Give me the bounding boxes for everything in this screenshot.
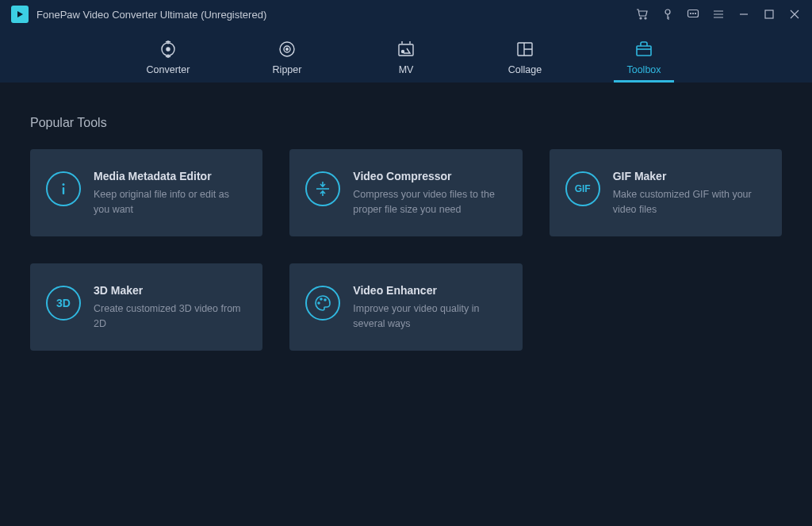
tab-mv[interactable]: MV bbox=[376, 40, 436, 83]
svg-point-21 bbox=[324, 299, 326, 301]
content-area: Popular Tools Media Metadata Editor Keep… bbox=[0, 83, 812, 351]
tool-desc: Keep original file info or edit as you w… bbox=[94, 187, 247, 217]
tab-toolbox[interactable]: Toolbox bbox=[614, 40, 674, 83]
svg-point-0 bbox=[640, 17, 642, 19]
tool-text: Video Compressor Compress your video fil… bbox=[353, 167, 506, 217]
feedback-icon[interactable] bbox=[687, 8, 699, 21]
menu-icon[interactable] bbox=[712, 8, 725, 21]
tab-ripper[interactable]: Ripper bbox=[257, 40, 317, 83]
svg-point-14 bbox=[402, 51, 404, 53]
compress-icon bbox=[305, 171, 340, 206]
tool-text: 3D Maker Create customized 3D video from… bbox=[94, 281, 247, 332]
svg-point-4 bbox=[691, 13, 691, 14]
tool-video-enhancer[interactable]: Video Enhancer Improve your video qualit… bbox=[289, 263, 522, 351]
tool-3d-maker[interactable]: 3D 3D Maker Create customized 3D video f… bbox=[30, 263, 262, 351]
svg-point-6 bbox=[695, 13, 696, 14]
tab-label: Collage bbox=[508, 64, 542, 75]
svg-point-9 bbox=[167, 48, 170, 51]
tab-converter[interactable]: Converter bbox=[138, 40, 198, 83]
mv-icon bbox=[396, 40, 416, 58]
tool-desc: Make customized GIF with your video file… bbox=[613, 187, 766, 217]
svg-point-5 bbox=[693, 13, 694, 14]
svg-point-1 bbox=[645, 17, 646, 19]
svg-rect-13 bbox=[399, 44, 413, 56]
titlebar-actions bbox=[636, 8, 801, 21]
tool-title: 3D Maker bbox=[94, 284, 247, 297]
maximize-icon[interactable] bbox=[763, 8, 776, 21]
section-title: Popular Tools bbox=[30, 116, 782, 130]
tool-desc: Improve your video quality in several wa… bbox=[353, 301, 506, 332]
info-icon bbox=[46, 171, 81, 206]
tool-desc: Create customized 3D video from 2D bbox=[94, 301, 247, 332]
cart-icon[interactable] bbox=[636, 8, 649, 21]
tools-grid: Media Metadata Editor Keep original file… bbox=[30, 149, 782, 351]
tab-label: Converter bbox=[147, 64, 190, 75]
tool-title: Media Metadata Editor bbox=[94, 170, 247, 182]
key-icon[interactable] bbox=[661, 8, 674, 21]
tool-title: GIF Maker bbox=[613, 170, 766, 182]
svg-point-19 bbox=[318, 302, 320, 304]
close-icon[interactable] bbox=[788, 8, 801, 21]
threed-icon: 3D bbox=[46, 286, 81, 321]
minimize-icon[interactable] bbox=[737, 8, 750, 21]
app-title: FonePaw Video Converter Ultimate (Unregi… bbox=[36, 9, 266, 21]
titlebar: FonePaw Video Converter Ultimate (Unregi… bbox=[0, 0, 812, 29]
ripper-icon bbox=[277, 40, 297, 58]
svg-point-2 bbox=[665, 10, 670, 14]
titlebar-left: FonePaw Video Converter Ultimate (Unregi… bbox=[11, 6, 266, 23]
svg-rect-7 bbox=[765, 10, 773, 18]
toolbox-icon bbox=[634, 40, 654, 58]
svg-point-20 bbox=[320, 298, 322, 300]
tool-text: Video Enhancer Improve your video qualit… bbox=[353, 281, 506, 332]
tool-gif-maker[interactable]: GIF GIF Maker Make customized GIF with y… bbox=[550, 149, 782, 236]
tab-collage[interactable]: Collage bbox=[495, 40, 555, 83]
tool-text: Media Metadata Editor Keep original file… bbox=[94, 167, 247, 217]
svg-rect-18 bbox=[63, 187, 64, 194]
converter-icon bbox=[158, 40, 178, 58]
tab-label: MV bbox=[399, 64, 414, 75]
tool-desc: Compress your video files to the proper … bbox=[353, 187, 506, 217]
tool-media-metadata-editor[interactable]: Media Metadata Editor Keep original file… bbox=[30, 149, 262, 236]
tool-video-compressor[interactable]: Video Compressor Compress your video fil… bbox=[289, 149, 522, 236]
palette-icon bbox=[305, 286, 340, 321]
tab-label: Toolbox bbox=[626, 64, 661, 75]
tab-label: Ripper bbox=[273, 64, 302, 75]
svg-rect-16 bbox=[637, 46, 651, 56]
gif-icon: GIF bbox=[565, 171, 600, 206]
app-logo bbox=[11, 6, 29, 23]
tool-title: Video Enhancer bbox=[353, 284, 506, 297]
collage-icon bbox=[515, 40, 535, 58]
tool-title: Video Compressor bbox=[353, 170, 506, 182]
svg-point-17 bbox=[63, 183, 65, 186]
tool-text: GIF Maker Make customized GIF with your … bbox=[613, 167, 766, 217]
svg-point-12 bbox=[286, 48, 288, 50]
main-tabs: Converter Ripper MV Collage Toolbox bbox=[0, 29, 812, 83]
